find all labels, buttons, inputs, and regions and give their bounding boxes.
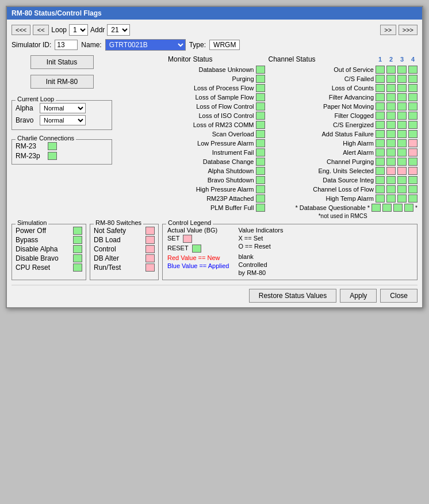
alpha-select[interactable]: Normal Alpha Shutdown: [40, 103, 86, 113]
init-status-button[interactable]: Init Status: [30, 55, 94, 69]
channel-status-col: Channel Status 1 2 3 4 Out of ServiceC/S…: [269, 55, 418, 219]
switch-row: DB Load: [94, 236, 155, 244]
legend-reset-box: [192, 245, 201, 253]
legend-reset-label: RESET: [167, 245, 189, 251]
monitor-flag-row: Alpha Shutdown: [116, 167, 265, 175]
monitor-flag-row: Loss of Process Flow: [116, 84, 265, 92]
channel-flag-box: [386, 112, 396, 120]
channel-title: Channel Status: [269, 55, 316, 63]
channel-flag-label: Channel Purging: [269, 158, 374, 165]
channel-flag-box: [386, 130, 396, 138]
monitor-flag-row: Loss of Flow Control: [116, 102, 265, 110]
simulation-flag-box: [73, 227, 82, 235]
monitor-flag-box: [256, 66, 265, 74]
channel-flag-box: [386, 102, 396, 110]
channel-flag-box: [386, 139, 396, 147]
charlie-title: Charlie Connections: [16, 135, 76, 142]
bravo-select[interactable]: Normal Bravo Shutdown: [40, 115, 86, 125]
channel-flag-box: [397, 84, 407, 92]
channel-flag-label: C/S Failed: [269, 75, 374, 82]
legend-blank: blank: [238, 253, 283, 260]
loop-select[interactable]: 1: [69, 24, 88, 36]
channel-flag-box: [408, 194, 417, 203]
monitor-flag-box: [256, 112, 265, 120]
id-row: Simulator ID: Name: GTRT0021B Type: WRGM: [12, 39, 417, 51]
monitor-flag-row: Purging: [116, 75, 265, 83]
switch-row: Control: [94, 245, 155, 253]
monitor-flag-label: Purging: [116, 75, 254, 82]
channel-flag-box: [386, 176, 396, 184]
channel-flag-box: [386, 194, 396, 203]
monitor-flag-box: [256, 139, 265, 147]
channel-flag-row: High Alarm: [269, 139, 418, 147]
channel-flag-box: [376, 139, 385, 147]
channel-flag-box: [397, 66, 407, 74]
addr-select[interactable]: 21: [107, 24, 130, 36]
toolbar: <<< << Loop 1 Addr 21 >> >>>: [12, 24, 417, 36]
simulation-row-label: Disable Alpha: [16, 245, 58, 253]
main-window: RM-80 Status/Control Flags <<< << Loop 1…: [6, 6, 423, 308]
channel-flag-label: * Database Questionable *: [269, 204, 370, 211]
rm23-label: RM-23: [16, 142, 44, 150]
switch-row-label: DB Load: [94, 236, 121, 244]
channel-flag-row: C/S Failed: [269, 75, 418, 83]
prev-button[interactable]: <<: [33, 25, 49, 35]
monitor-flag-label: PLM Buffer Full: [116, 204, 254, 211]
channel-flag-box: [397, 93, 407, 101]
channel-flag-label: Out of Service: [269, 66, 374, 73]
monitor-flag-row: Loss of ISO Control: [116, 112, 265, 120]
next-button[interactable]: >>: [380, 25, 396, 35]
switch-flag-box: [145, 245, 155, 253]
channel-flag-row: Eng. Units Selected: [269, 167, 418, 175]
simulation-row: CPU Reset: [16, 264, 82, 272]
channel-flag-box: [397, 75, 407, 83]
sim-id-label: Simulator ID:: [12, 41, 51, 49]
switch-row-label: Run/Test: [94, 264, 121, 272]
restore-button[interactable]: Restore Status Values: [249, 289, 337, 303]
init-rm80-button[interactable]: Init RM-80: [30, 75, 94, 89]
channel-flag-label: Loss of Counts: [269, 85, 374, 91]
monitor-flag-box: [256, 204, 265, 212]
last-button[interactable]: >>>: [399, 25, 417, 35]
legend-title: Control Legend: [166, 219, 213, 226]
monitor-flag-box: [256, 121, 265, 129]
channel-flag-box: [376, 167, 385, 175]
rm23p-flag: [48, 152, 57, 160]
switch-row: DB Alter: [94, 254, 155, 262]
monitor-flag-box: [256, 130, 265, 138]
simulation-row: Disable Alpha: [16, 245, 82, 253]
legend-vi4: by RM-80: [238, 269, 283, 276]
monitor-flag-row: Scan Overload: [116, 130, 265, 138]
channel-flag-box: [408, 185, 417, 193]
channel-flag-label: Paper Not Moving: [269, 103, 374, 110]
channel-flag-box: [376, 176, 385, 184]
footer: Restore Status Values Apply Close: [12, 285, 417, 303]
sim-id-input[interactable]: [55, 40, 78, 50]
apply-button[interactable]: Apply: [340, 289, 377, 303]
channel-flag-label: Add Status Failure: [269, 131, 374, 138]
switches-group: RM-80 Switches Not SafetyDB LoadControlD…: [90, 224, 159, 280]
channel-flag-box: [376, 158, 385, 166]
monitor-flag-row: High Pressure Alarm: [116, 185, 265, 193]
bravo-loop-row: Bravo Normal Bravo Shutdown: [16, 115, 108, 125]
current-loop-title: Current Loop: [16, 96, 56, 102]
monitor-flag-box: [256, 185, 265, 193]
monitor-flag-row: Bravo Shutdown: [116, 176, 265, 184]
first-button[interactable]: <<<: [12, 25, 30, 35]
channel-flag-label: Alert Alarm: [269, 149, 374, 156]
channel-flag-box: [397, 176, 407, 184]
channel-flag-box: [376, 112, 385, 120]
legend-vi1: X == Set: [238, 235, 283, 242]
rm23-row: RM-23: [16, 142, 108, 150]
monitor-flag-row: Instrument Fail: [116, 148, 265, 156]
channel-flag-box: [397, 112, 407, 120]
channel-flag-box: [386, 93, 396, 101]
channel-flag-box: [376, 194, 385, 203]
monitor-flag-row: Database Change: [116, 158, 265, 166]
channel-flag-box: [376, 130, 385, 138]
name-select[interactable]: GTRT0021B: [105, 39, 186, 51]
close-button[interactable]: Close: [380, 289, 417, 303]
legend-set-row: SET: [167, 235, 229, 243]
monitor-flag-row: RM23P Attached: [116, 194, 265, 203]
alpha-label: Alpha: [16, 104, 37, 112]
